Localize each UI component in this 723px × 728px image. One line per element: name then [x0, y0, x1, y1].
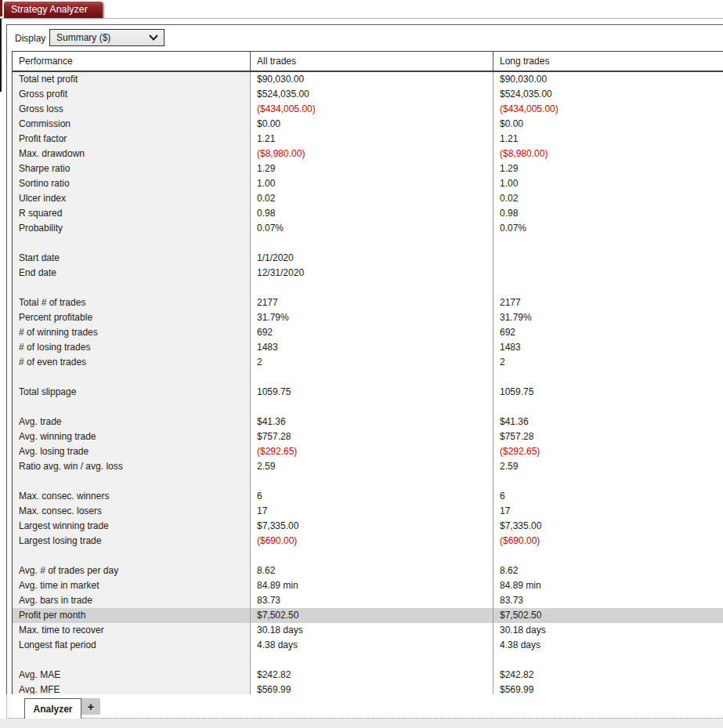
row-label-cell: Avg. bars in trade — [13, 593, 251, 608]
long-trades-cell — [493, 281, 723, 295]
long-trades-cell: $757.28 — [493, 429, 723, 444]
all-trades-cell: $41.36 — [251, 415, 493, 429]
row-label-cell: Avg. trade — [13, 415, 251, 429]
table-row[interactable]: Profit per month $7,502.50 $7,502.50 — [13, 608, 723, 623]
long-trades-cell: ($8,980.00) — [493, 147, 723, 161]
all-trades-cell: 0.02 — [251, 191, 493, 206]
long-trades-cell: $41.36 — [493, 415, 723, 429]
all-trades-cell: $0.00 — [251, 117, 493, 132]
long-trades-cell: ($292.65) — [493, 444, 723, 459]
long-trades-cell — [493, 549, 723, 563]
long-trades-cell: ($434,005.00) — [493, 102, 723, 117]
table-row[interactable]: Ulcer index 0.02 0.02 — [13, 191, 723, 206]
strategy-analyzer-window-tab[interactable]: Strategy Analyzer — [4, 2, 103, 18]
long-trades-cell: 83.73 — [493, 593, 723, 608]
table-row[interactable]: Profit factor 1.21 1.21 — [13, 132, 723, 147]
table-row[interactable]: End date 12/31/2020 — [13, 266, 723, 281]
analyzer-panel: Display Summary ($) Performance All trad… — [6, 24, 723, 694]
long-trades-cell: $90,030.00 — [493, 72, 723, 87]
all-trades-cell: $242.82 — [251, 668, 493, 683]
summary-grid-header: Performance All trades Long trades — [13, 52, 723, 72]
table-row[interactable]: Total net profit $90,030.00 $90,030.00 — [13, 72, 723, 87]
all-trades-cell: ($8,980.00) — [251, 147, 493, 161]
all-trades-cell: 30.18 days — [251, 623, 493, 638]
table-row[interactable]: # of even trades 2 2 — [13, 355, 723, 370]
all-trades-cell: 1.29 — [251, 161, 493, 176]
tab-analyzer[interactable]: Analyzer — [24, 698, 81, 719]
all-trades-cell: 1483 — [251, 340, 493, 355]
table-row[interactable]: Probability 0.07% 0.07% — [13, 221, 723, 236]
table-row[interactable]: # of winning trades 692 692 — [13, 325, 723, 340]
table-row[interactable]: Avg. bars in trade 83.73 83.73 — [13, 593, 723, 608]
table-row[interactable] — [13, 236, 723, 251]
long-trades-cell: 17 — [493, 504, 723, 519]
row-label-cell: Total # of trades — [13, 295, 251, 310]
row-label-cell: Avg. winning trade — [13, 429, 251, 444]
all-trades-cell: 83.73 — [251, 593, 493, 608]
table-row[interactable]: Total # of trades 2177 2177 — [13, 295, 723, 310]
row-label-cell: Avg. MAE — [13, 668, 251, 683]
long-trades-cell: 2177 — [493, 295, 723, 310]
long-trades-cell — [493, 400, 723, 415]
row-label-cell: Max. consec. winners — [13, 489, 251, 504]
table-row[interactable]: Longest flat period 4.38 days 4.38 days — [13, 638, 723, 653]
all-trades-cell: 0.98 — [251, 206, 493, 221]
table-row[interactable]: Largest winning trade $7,335.00 $7,335.0… — [13, 519, 723, 534]
all-trades-cell: ($690.00) — [251, 534, 493, 549]
add-tab-button[interactable]: + — [81, 698, 100, 715]
row-label-cell: Ratio avg. win / avg. loss — [13, 459, 251, 474]
long-trades-cell: $7,335.00 — [493, 519, 723, 534]
table-row[interactable]: Max. time to recover 30.18 days 30.18 da… — [13, 623, 723, 638]
long-trades-cell: $242.82 — [493, 668, 723, 683]
row-label-cell — [13, 474, 251, 489]
table-row[interactable]: Avg. trade $41.36 $41.36 — [13, 415, 723, 429]
table-row[interactable]: R squared 0.98 0.98 — [13, 206, 723, 221]
table-row[interactable]: Avg. winning trade $757.28 $757.28 — [13, 429, 723, 444]
long-trades-cell: 0.07% — [493, 221, 723, 236]
table-row[interactable]: Avg. MAE $242.82 $242.82 — [13, 668, 723, 683]
table-row[interactable] — [13, 653, 723, 668]
table-row[interactable]: Sortino ratio 1.00 1.00 — [13, 176, 723, 191]
table-row[interactable]: Total slippage 1059.75 1059.75 — [13, 385, 723, 400]
table-row[interactable]: Gross loss ($434,005.00) ($434,005.00) — [13, 102, 723, 117]
table-row[interactable]: Avg. # of trades per day 8.62 8.62 — [13, 563, 723, 578]
all-trades-cell: 31.79% — [251, 310, 493, 325]
chevron-down-icon — [149, 34, 158, 41]
long-trades-cell: 1483 — [493, 340, 723, 355]
table-row[interactable]: Percent profitable 31.79% 31.79% — [13, 310, 723, 325]
table-row[interactable]: Largest losing trade ($690.00) ($690.00) — [13, 534, 723, 549]
table-row[interactable]: Avg. MFE $569.99 $569.99 — [13, 683, 723, 694]
table-row[interactable]: Max. consec. winners 6 6 — [13, 489, 723, 504]
all-trades-cell — [251, 653, 493, 668]
long-trades-cell — [493, 251, 723, 266]
table-row[interactable] — [13, 549, 723, 563]
row-label-cell: Avg. losing trade — [13, 444, 251, 459]
row-label-cell: Avg. MFE — [13, 683, 251, 694]
long-trades-cell: 1059.75 — [493, 385, 723, 400]
table-row[interactable] — [13, 474, 723, 489]
table-row[interactable] — [13, 370, 723, 385]
row-label-cell: Gross profit — [13, 87, 251, 102]
long-trades-cell: 1.21 — [493, 132, 723, 147]
table-row[interactable]: Sharpe ratio 1.29 1.29 — [13, 161, 723, 176]
row-label-cell: Sharpe ratio — [13, 161, 251, 176]
table-row[interactable]: Ratio avg. win / avg. loss 2.59 2.59 — [13, 459, 723, 474]
all-trades-cell: 8.62 — [251, 563, 493, 578]
table-row[interactable] — [13, 400, 723, 415]
row-label-cell: Profit factor — [13, 132, 251, 147]
table-row[interactable]: Avg. time in market 84.89 min 84.89 min — [13, 578, 723, 593]
all-trades-cell: $7,502.50 — [251, 608, 493, 623]
table-row[interactable]: Avg. losing trade ($292.65) ($292.65) — [13, 444, 723, 459]
table-row[interactable]: Gross profit $524,035.00 $524,035.00 — [13, 87, 723, 102]
row-label-cell: # of even trades — [13, 355, 251, 370]
table-row[interactable]: Max. consec. losers 17 17 — [13, 504, 723, 519]
tab-analyzer-label: Analyzer — [33, 704, 72, 715]
long-trades-cell: $524,035.00 — [493, 87, 723, 102]
display-select[interactable]: Summary ($) — [49, 29, 164, 46]
table-row[interactable]: # of losing trades 1483 1483 — [13, 340, 723, 355]
table-row[interactable]: Start date 1/1/2020 — [13, 251, 723, 266]
all-trades-cell: 2 — [251, 355, 493, 370]
table-row[interactable]: Commission $0.00 $0.00 — [13, 117, 723, 132]
table-row[interactable] — [13, 281, 723, 295]
table-row[interactable]: Max. drawdown ($8,980.00) ($8,980.00) — [13, 147, 723, 161]
